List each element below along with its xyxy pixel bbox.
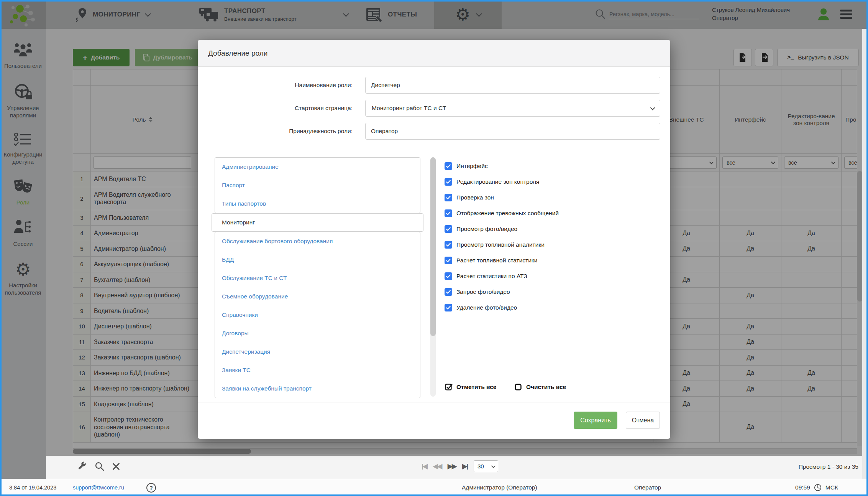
category-scrollbar[interactable]	[430, 157, 436, 336]
permission-label: Запрос фото/видео	[456, 288, 510, 295]
table-footer: |◀ ◀◀ ▶▶ ▶| 30 Просмотр 1 - 30 из 35	[46, 456, 868, 479]
window-scrollbar[interactable]	[862, 29, 867, 479]
permissions-list: ИнтерфейсРедактирование зон контроляПров…	[445, 158, 659, 315]
role-name-label: Наименование роли:	[198, 77, 353, 94]
permission-label: Удаление фото/видео	[456, 304, 517, 311]
status-admin-role: Администратор (Оператор)	[462, 479, 537, 496]
save-button[interactable]: Сохранить	[574, 412, 617, 429]
category-item[interactable]: БДД	[215, 250, 420, 269]
permission-item[interactable]: Расчет топливной статистики	[445, 252, 659, 268]
category-list-top: АдминистрированиеПаспортТипы паспортов	[215, 157, 420, 213]
dialog-header: Добавление роли	[198, 40, 670, 67]
clear-all-button[interactable]: Очистить все	[514, 381, 566, 393]
modal-backdrop	[0, 456, 46, 479]
check-all-button[interactable]: Отметить все	[445, 381, 496, 393]
checkbox-checked-icon[interactable]	[445, 194, 452, 201]
category-list-bottom: Обслуживание бортового оборудованияБДДОб…	[215, 232, 420, 398]
permission-label: Расчет статистики по АТЗ	[456, 273, 527, 280]
permission-item[interactable]: Редактирование зон контроля	[445, 174, 659, 190]
checkbox-checked-icon[interactable]	[445, 241, 452, 249]
checkbox-checked-icon[interactable]	[445, 257, 452, 264]
category-item[interactable]: Договоры	[215, 324, 420, 343]
permission-label: Отображение тревожных сообщений	[456, 210, 559, 217]
page-size-value: 30	[477, 463, 484, 470]
checked-box-icon	[445, 383, 453, 391]
checkbox-checked-icon[interactable]	[445, 288, 452, 296]
clear-all-label: Очистить все	[526, 384, 566, 391]
clock-icon	[814, 484, 822, 491]
role-ownership-label: Принадлежность роли:	[198, 123, 353, 140]
add-role-dialog: Добавление роли Наименование роли: Старт…	[198, 40, 670, 439]
category-item[interactable]: Диспетчеризация	[215, 343, 420, 361]
pagination-summary: Просмотр 1 - 30 из 35	[799, 463, 858, 470]
permission-item[interactable]: Отображение тревожных сообщений	[445, 205, 659, 221]
chevron-down-icon	[491, 463, 496, 468]
clear-filters-icon[interactable]	[112, 462, 120, 471]
status-bar: 3.84 от 19.04.2023 support@ttwcome.ru ? …	[0, 479, 868, 496]
permission-item[interactable]: Просмотр фото/видео	[445, 221, 659, 237]
permission-label: Проверка зон	[456, 194, 494, 201]
category-item[interactable]: Заявки ТС	[215, 361, 420, 379]
dialog-footer-divider	[198, 402, 670, 402]
category-item[interactable]: Заявки на служебный транспорт	[215, 379, 420, 398]
category-item[interactable]: Паспорт	[215, 176, 420, 194]
pagination-controls: |◀ ◀◀ ▶▶ ▶| 30	[422, 460, 498, 472]
search-table-icon[interactable]	[95, 461, 104, 471]
prev-page-button[interactable]: ◀◀	[433, 462, 441, 470]
permission-label: Расчет топливной статистики	[456, 257, 537, 264]
empty-box-icon	[514, 383, 523, 391]
permission-label: Интерфейс	[456, 163, 488, 170]
status-operator: Оператор	[634, 479, 661, 496]
category-item[interactable]: Обслуживание бортового оборудования	[215, 232, 420, 250]
permission-item[interactable]: Запрос фото/видео	[445, 284, 659, 300]
checkbox-checked-icon[interactable]	[445, 272, 452, 280]
permission-label: Просмотр фото/видео	[456, 226, 517, 232]
first-page-button[interactable]: |◀	[422, 462, 427, 470]
chevron-down-icon	[650, 105, 655, 110]
category-item-selected[interactable]: Мониторинг	[212, 213, 423, 232]
category-item[interactable]: Справочники	[215, 306, 420, 324]
checkbox-checked-icon[interactable]	[445, 304, 452, 311]
role-name-input[interactable]	[365, 77, 660, 94]
help-icon[interactable]: ?	[146, 483, 156, 493]
next-page-button[interactable]: ▶▶	[448, 462, 456, 470]
start-page-label: Стартовая страница:	[198, 100, 353, 117]
last-page-button[interactable]: ▶|	[462, 462, 468, 470]
permission-item[interactable]: Удаление фото/видео	[445, 300, 659, 315]
start-page-value: Мониторинг работ ТС и СТ	[372, 105, 446, 112]
permission-categories: АдминистрированиеПаспортТипы паспортов М…	[215, 157, 420, 398]
dialog-title: Добавление роли	[198, 40, 670, 67]
permission-item[interactable]: Просмотр топливной аналитики	[445, 237, 659, 252]
cancel-button[interactable]: Отмена	[626, 412, 660, 429]
support-link[interactable]: support@ttwcome.ru	[73, 479, 124, 496]
permission-label: Редактирование зон контроля	[456, 178, 539, 185]
app-version: 3.84 от 19.04.2023	[9, 479, 56, 496]
settings-wrench-icon[interactable]	[77, 461, 87, 471]
permission-item[interactable]: Расчет статистики по АТЗ	[445, 268, 659, 284]
category-item[interactable]: Типы паспортов	[215, 194, 420, 213]
category-item[interactable]: Администрирование	[215, 158, 420, 176]
permission-item[interactable]: Интерфейс	[445, 158, 659, 174]
page-size-select[interactable]: 30	[474, 460, 498, 472]
permission-label: Просмотр топливной аналитики	[456, 241, 545, 248]
status-timezone: МСК	[825, 484, 838, 491]
status-time: 09:59	[795, 484, 810, 491]
checkbox-checked-icon[interactable]	[445, 162, 452, 170]
start-page-select[interactable]: Мониторинг работ ТС и СТ	[365, 100, 660, 117]
permission-item[interactable]: Проверка зон	[445, 190, 659, 205]
category-item[interactable]: Обслуживание ТС и СТ	[215, 269, 420, 287]
category-item[interactable]: Съемное оборудование	[215, 287, 420, 306]
checkbox-checked-icon[interactable]	[445, 178, 452, 186]
app-window: МОНИТОРИНГ ТРАНСПОРТ Внешние заявки на т…	[0, 0, 868, 496]
checkbox-checked-icon[interactable]	[445, 225, 452, 233]
checkbox-checked-icon[interactable]	[445, 209, 452, 217]
check-all-label: Отметить все	[456, 384, 496, 391]
role-ownership-input[interactable]	[365, 123, 660, 140]
